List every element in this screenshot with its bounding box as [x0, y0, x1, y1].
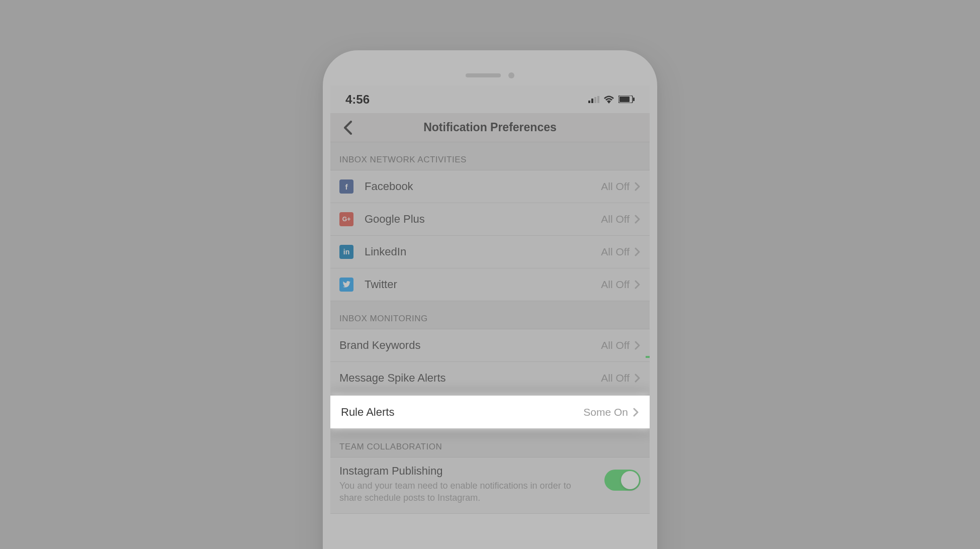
status-time: 4:56: [345, 93, 370, 107]
phone-screen: 4:56: [330, 85, 650, 514]
chevron-right-icon: [635, 374, 641, 383]
row-label: Google Plus: [365, 213, 601, 226]
google-plus-icon: G+: [339, 212, 353, 226]
row-status: All Off: [601, 279, 630, 291]
chevron-right-icon: [635, 247, 641, 256]
toggle-knob: [621, 471, 639, 489]
row-label: LinkedIn: [365, 245, 601, 258]
phone-speaker: [466, 73, 501, 77]
chevron-left-icon: [343, 121, 352, 135]
section-header-inbox-monitoring: INBOX MONITORING: [330, 301, 650, 329]
row-twitter[interactable]: Twitter All Off: [330, 268, 650, 301]
row-label: Twitter: [365, 278, 601, 291]
row-instagram-publishing: Instagram Publishing You and your team n…: [330, 458, 650, 514]
wifi-icon: [603, 96, 614, 104]
svg-rect-0: [588, 101, 590, 103]
row-facebook[interactable]: f Facebook All Off: [330, 170, 650, 203]
row-status: All Off: [601, 246, 630, 258]
svg-rect-3: [597, 96, 599, 103]
chevron-right-icon: [635, 215, 641, 224]
section-header-team-collaboration: TEAM COLLABORATION: [330, 429, 650, 458]
svg-rect-6: [633, 98, 635, 101]
row-status: Some On: [583, 406, 628, 418]
facebook-icon: f: [339, 179, 353, 194]
svg-rect-1: [591, 99, 593, 103]
navigation-bar: Notification Preferences: [330, 113, 650, 142]
instagram-publishing-toggle[interactable]: [604, 470, 641, 491]
collab-text-block: Instagram Publishing You and your team n…: [339, 465, 604, 504]
section-header-inbox-network: INBOX NETWORK ACTIVITIES: [330, 142, 650, 170]
chevron-right-icon: [635, 280, 641, 289]
chevron-right-icon: [635, 182, 641, 191]
row-brand-keywords[interactable]: Brand Keywords All Off: [330, 329, 650, 362]
row-status: All Off: [601, 180, 630, 193]
row-google-plus[interactable]: G+ Google Plus All Off: [330, 203, 650, 236]
row-label: Rule Alerts: [341, 406, 583, 419]
back-button[interactable]: [338, 118, 358, 138]
page-title: Notification Preferences: [330, 121, 650, 134]
status-bar: 4:56: [330, 85, 650, 113]
svg-rect-2: [594, 97, 596, 103]
phone-device-frame: 4:56: [323, 50, 657, 549]
cell-signal-icon: [588, 96, 599, 103]
linkedin-icon: in: [339, 245, 353, 259]
phone-speaker-area: [330, 58, 650, 85]
row-status: All Off: [601, 213, 630, 225]
row-label: Message Spike Alerts: [339, 372, 601, 385]
twitter-icon: [339, 278, 353, 292]
battery-icon: [618, 96, 635, 103]
chevron-right-icon: [633, 408, 639, 417]
row-label: Brand Keywords: [339, 339, 601, 352]
row-status: All Off: [601, 339, 630, 351]
row-linkedin[interactable]: in LinkedIn All Off: [330, 236, 650, 268]
collab-description: You and your team need to enable notific…: [339, 480, 594, 504]
row-status: All Off: [601, 372, 630, 384]
row-message-spike-alerts[interactable]: Message Spike Alerts All Off: [330, 362, 650, 395]
green-edge-indicator: [646, 356, 650, 358]
twitter-bird-icon: [342, 281, 350, 288]
status-indicators: [588, 96, 635, 104]
row-label: Facebook: [365, 180, 601, 193]
svg-rect-5: [619, 97, 630, 102]
chevron-right-icon: [635, 341, 641, 350]
collab-title: Instagram Publishing: [339, 465, 594, 478]
row-rule-alerts[interactable]: Rule Alerts Some On: [330, 396, 650, 428]
phone-front-camera: [508, 72, 514, 78]
